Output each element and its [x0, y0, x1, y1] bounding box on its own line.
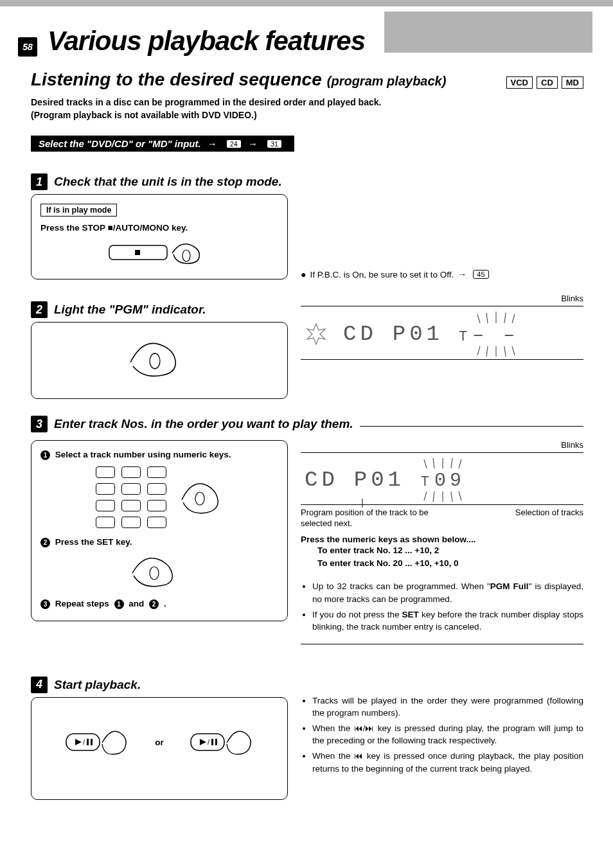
- svg-point-3: [150, 353, 160, 369]
- step3-sub3-c: .: [164, 599, 166, 608]
- step3-sub1-text: Select a track number using numeric keys…: [55, 450, 231, 459]
- step4-head: 4 Start playback.: [31, 677, 288, 693]
- svg-line-4: [477, 314, 480, 323]
- svg-line-25: [459, 492, 461, 500]
- display-t-char: T: [459, 329, 471, 345]
- or-label: or: [155, 738, 164, 747]
- display-panel-1: CD P01 T – –: [301, 306, 583, 360]
- step1-box: If is in play mode Press the STOP ■/AUTO…: [31, 194, 288, 279]
- circled-2-icon: 2: [40, 538, 50, 547]
- svg-line-19: [451, 458, 452, 468]
- step1-head: 1 Check that the unit is in the stop mod…: [31, 173, 288, 190]
- section-title-row: Listening to the desired sequence (progr…: [31, 69, 583, 90]
- svg-rect-36: [215, 739, 217, 745]
- section-title: Listening to the desired sequence: [31, 69, 322, 90]
- display-p01: P01: [393, 322, 443, 346]
- note-pgm-full: Up to 32 tracks can be programmed. When …: [312, 580, 583, 605]
- step3-notes: Up to 32 tracks can be programmed. When …: [301, 580, 583, 633]
- page-number-badge: 58: [18, 37, 37, 57]
- svg-text:/: /: [83, 738, 85, 746]
- display-captions: Program position of the track to be sele…: [301, 508, 583, 529]
- svg-line-21: [424, 492, 427, 500]
- step3-sub2-text: Press the SET key.: [55, 537, 132, 547]
- note-set-key: If you do not press the SET key before t…: [312, 608, 583, 633]
- intro-text: Desired tracks in a disc can be programm…: [31, 96, 583, 121]
- svg-rect-31: [91, 739, 93, 745]
- pbc-text: If P.B.C. is On, be sure to set it to Of…: [310, 270, 454, 279]
- svg-line-7: [504, 313, 506, 323]
- circled-3-icon: 3: [40, 599, 50, 609]
- svg-rect-35: [211, 739, 213, 745]
- blink-rays-icon: [420, 492, 465, 502]
- pointer-line-icon: [359, 499, 366, 508]
- step-number-2: 2: [31, 301, 48, 318]
- step4-row: 4 Start playback. / or: [31, 665, 583, 800]
- step3-box: 1 Select a track number using numeric ke…: [31, 440, 288, 621]
- page-header: 58 Various playback features: [0, 12, 613, 57]
- badge-cd: CD: [537, 76, 558, 89]
- svg-point-14: [195, 492, 204, 505]
- caption-program-position: Program position of the track to be sele…: [301, 508, 429, 528]
- step2-box: [31, 322, 288, 399]
- svg-text:/: /: [208, 738, 210, 746]
- step4-box: / or /: [31, 697, 288, 800]
- caption-selection: Selection of tracks: [515, 508, 583, 529]
- play-pause-button-illustration: /: [190, 725, 254, 761]
- play-mode-label: If is in play mode: [40, 204, 117, 217]
- display-p01: P01: [354, 468, 405, 492]
- display-panel-2: CD P01 T 09: [301, 452, 583, 505]
- step1-title: Check that the unit is in the stop mode.: [54, 175, 282, 189]
- display-cd: CD: [343, 322, 377, 346]
- circled-1-icon: 1: [40, 450, 50, 460]
- page-content: Application section Listening to the des…: [0, 57, 613, 813]
- step3-sub3-a: Repeat steps: [55, 599, 109, 608]
- header-gray-band: [384, 12, 592, 53]
- arrow-icon: →: [248, 138, 258, 149]
- format-badges: VCD CD MD: [506, 76, 583, 89]
- set-key-illustration: [40, 554, 278, 590]
- step3-sub1: 1 Select a track number using numeric ke…: [40, 450, 278, 460]
- stop-button-illustration: [40, 239, 278, 267]
- svg-rect-30: [87, 739, 89, 745]
- svg-point-15: [150, 567, 159, 580]
- step3-sub3-b: and: [129, 599, 144, 608]
- svg-line-16: [424, 459, 427, 468]
- step4-title: Start playback.: [54, 678, 141, 692]
- svg-line-9: [477, 346, 480, 355]
- step4-notes: Tracks will be played in the order they …: [301, 695, 583, 775]
- intro-line-2: (Program playback is not available with …: [31, 109, 583, 122]
- step1-row: 1 Check that the unit is in the stop mod…: [31, 162, 583, 279]
- step4-note-3: When the ⏮ key is pressed once during pl…: [312, 750, 583, 775]
- arrow-icon: →: [458, 269, 466, 279]
- keypad-illustration: [40, 466, 278, 528]
- step3-title: Enter track Nos. in the order you want t…: [54, 417, 353, 431]
- circled-1-icon: 1: [114, 599, 124, 609]
- blink-rays-icon: [420, 458, 465, 470]
- badge-md: MD: [562, 76, 583, 89]
- page-ref-45: 45: [473, 270, 488, 279]
- arrow-icon: →: [208, 138, 217, 149]
- step2-head: 2 Light the "PGM" indicator.: [31, 301, 288, 318]
- step1-instruction: Press the STOP ■/AUTO/MONO key.: [40, 223, 278, 233]
- svg-rect-1: [135, 250, 140, 255]
- blinks-label: Blinks: [301, 294, 583, 303]
- section-subtitle: (program playback): [327, 74, 447, 89]
- svg-line-12: [504, 346, 506, 357]
- top-gray-band: [0, 0, 613, 6]
- display-cd: CD: [305, 468, 339, 492]
- step3-sub2: 2 Press the SET key.: [40, 537, 278, 547]
- step-number-1: 1: [31, 173, 48, 190]
- svg-line-24: [451, 492, 452, 502]
- step3-sub3: 3 Repeat steps 1 and 2 .: [40, 599, 278, 609]
- page-ref-31: 31: [267, 139, 282, 148]
- divider: [301, 644, 583, 644]
- blinks-label: Blinks: [301, 440, 583, 450]
- step3-leader-line: [360, 426, 583, 427]
- star-blink-icon: [305, 323, 328, 346]
- step2-row: 2 Light the "PGM" indicator. Blinks CD P…: [31, 290, 583, 399]
- blink-rays-icon: [474, 346, 519, 357]
- pbc-note: ● If P.B.C. is On, be sure to set it to …: [301, 269, 489, 279]
- select-input-text: Select the "DVD/CD" or "MD" input.: [39, 138, 201, 149]
- step4-note-1: Tracks will be played in the order they …: [312, 695, 583, 720]
- display-09: 09: [434, 470, 465, 492]
